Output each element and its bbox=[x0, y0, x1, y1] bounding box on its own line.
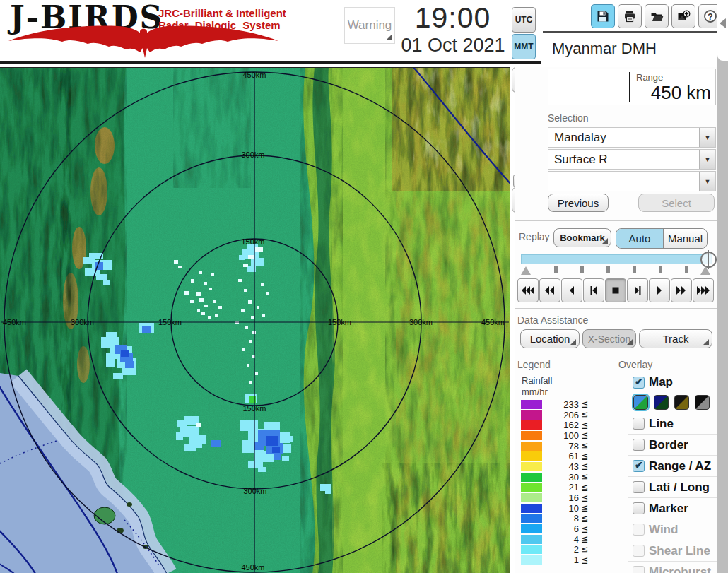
overlay-row-range-az: ✔Range / AZ bbox=[628, 456, 717, 477]
jbirds-app-window: J-BIRDS JRC-Brilliant & Intelligent Rada… bbox=[0, 0, 728, 573]
step-forward-button[interactable] bbox=[627, 278, 648, 302]
play-reverse-button[interactable] bbox=[561, 278, 582, 302]
less-equal-symbol: ≦ bbox=[581, 534, 588, 544]
replay-slider-track[interactable] bbox=[521, 254, 712, 264]
legend-color-swatch bbox=[521, 535, 542, 544]
mmt-label: MMT bbox=[514, 42, 533, 52]
range-ring-label: 150km bbox=[242, 404, 266, 413]
fast-forward-button[interactable] bbox=[671, 278, 692, 302]
less-equal-symbol: ≦ bbox=[581, 524, 588, 534]
overlay-checkbox-border[interactable] bbox=[633, 439, 645, 451]
auto-button[interactable]: Auto bbox=[616, 229, 664, 248]
range-ring-label: 450km bbox=[3, 318, 26, 326]
timezone-utc-button[interactable]: UTC bbox=[512, 7, 536, 33]
option-dropdown[interactable]: ▼ bbox=[548, 171, 716, 191]
splitter-tab[interactable] bbox=[717, 0, 728, 61]
print-button[interactable] bbox=[618, 4, 642, 28]
play-button[interactable] bbox=[649, 278, 670, 302]
logo-subtitle-line1: JRC-Brilliant & Intelligent bbox=[158, 7, 286, 19]
radar-map[interactable]: 450km300km150km150km300km450km450km300km… bbox=[0, 68, 510, 573]
overlay-checkbox-range-az[interactable]: ✔ bbox=[633, 460, 645, 472]
open-folder-button[interactable] bbox=[645, 4, 669, 28]
eagle-icon bbox=[6, 24, 281, 61]
replay-slider[interactable] bbox=[521, 254, 710, 264]
legend-value: 30 bbox=[542, 472, 579, 483]
bookmark-button[interactable]: Bookmark bbox=[553, 228, 611, 247]
radar-map-area[interactable]: 450km300km150km150km300km450km450km300km… bbox=[0, 67, 510, 573]
range-ring-label: 150km bbox=[158, 318, 182, 326]
collapse-left-icon[interactable] bbox=[720, 18, 726, 28]
utc-label: UTC bbox=[515, 15, 533, 25]
legend-color-swatch bbox=[521, 451, 542, 461]
x-section-button[interactable]: X-Section bbox=[582, 329, 636, 348]
legend-value: 206 bbox=[542, 410, 579, 420]
fast-forward-triple-icon bbox=[695, 285, 711, 295]
select-label: Select bbox=[662, 197, 691, 209]
less-equal-symbol: ≦ bbox=[581, 555, 588, 565]
legend-row: 16≦ bbox=[521, 492, 613, 503]
range-ring-label: 300km bbox=[243, 487, 266, 495]
timezone-mmt-button[interactable]: MMT bbox=[512, 34, 536, 59]
legend-value: 78 bbox=[542, 441, 579, 451]
range-divider bbox=[629, 72, 630, 102]
print-icon bbox=[623, 9, 637, 23]
slider-end-marker[interactable] bbox=[700, 266, 710, 275]
stop-button[interactable] bbox=[605, 278, 626, 302]
dropdown-arrow-button[interactable]: ▼ bbox=[699, 150, 715, 169]
overlay-checkbox-lati-long[interactable] bbox=[633, 481, 645, 493]
less-equal-symbol: ≦ bbox=[581, 451, 588, 461]
slider-tick bbox=[606, 266, 610, 273]
checkmark-icon: ✔ bbox=[635, 459, 643, 471]
legend-color-swatch bbox=[521, 442, 542, 451]
legend-value: 2 bbox=[542, 544, 579, 555]
manual-label: Manual bbox=[668, 232, 703, 244]
map-style-swatch-4[interactable] bbox=[695, 395, 710, 410]
chevron-down-icon: ▼ bbox=[705, 156, 711, 163]
fast-rewind-button[interactable] bbox=[539, 278, 560, 302]
legend-color-swatch bbox=[521, 504, 542, 513]
legend-color-swatch bbox=[521, 545, 542, 554]
slider-start-marker[interactable] bbox=[521, 266, 531, 275]
map-style-swatch-3[interactable] bbox=[674, 395, 689, 410]
legend-color-swatch bbox=[521, 400, 542, 409]
add-capture-button[interactable] bbox=[671, 4, 695, 28]
range-ring-label: 150km bbox=[241, 237, 264, 246]
overlay-checkbox-line[interactable] bbox=[633, 418, 645, 430]
checkmark-icon: ✔ bbox=[635, 376, 643, 387]
legend-row: 30≦ bbox=[521, 472, 613, 483]
rainfall-legend: 233≦206≦162≦100≦78≦61≦43≦30≦21≦16≦10≦8≦6… bbox=[521, 399, 613, 565]
divider bbox=[515, 220, 717, 221]
step-back-button[interactable] bbox=[583, 278, 604, 302]
site-dropdown[interactable]: Mandalay ▼ bbox=[548, 127, 716, 148]
legend-color-swatch bbox=[521, 431, 542, 440]
track-button[interactable]: Track bbox=[639, 329, 712, 348]
legend-label: Legend bbox=[517, 359, 551, 370]
less-equal-symbol: ≦ bbox=[581, 430, 588, 440]
overlay-options: ✔MapLineBorder✔Range / AZLati / LongMark… bbox=[628, 374, 717, 573]
overlay-row-marker: Marker bbox=[628, 498, 717, 519]
fast-forward-triple-button[interactable] bbox=[693, 278, 714, 302]
help-glyph: ? bbox=[708, 12, 712, 22]
less-equal-symbol: ≦ bbox=[581, 441, 588, 451]
overlay-checkbox-marker[interactable] bbox=[633, 502, 645, 514]
warning-button[interactable]: Warning bbox=[344, 7, 395, 44]
fast-rewind-triple-button[interactable] bbox=[517, 278, 539, 302]
control-panel: Range 450 km Selection Mandalay ▼ Surfac… bbox=[515, 67, 717, 573]
map-style-swatch-2[interactable] bbox=[654, 395, 669, 410]
range-label: Range bbox=[636, 72, 663, 83]
overlay-label: Overlay bbox=[618, 359, 652, 370]
legend-value: 100 bbox=[542, 430, 579, 441]
fast-forward-icon bbox=[674, 285, 689, 295]
dropdown-arrow-button[interactable]: ▼ bbox=[699, 172, 715, 191]
dropdown-arrow-button[interactable]: ▼ bbox=[699, 128, 715, 147]
overlay-checkbox-map[interactable]: ✔ bbox=[633, 377, 645, 389]
overlay-item-label: Map bbox=[649, 375, 673, 389]
product-dropdown[interactable]: Surface R ▼ bbox=[548, 149, 716, 170]
previous-button[interactable]: Previous bbox=[548, 194, 609, 212]
panel-splitter[interactable] bbox=[717, 0, 728, 573]
map-style-swatch-1[interactable] bbox=[633, 395, 648, 410]
manual-button[interactable]: Manual bbox=[664, 229, 707, 248]
save-button[interactable] bbox=[591, 4, 615, 28]
select-button[interactable]: Select bbox=[638, 194, 715, 212]
location-button[interactable]: Location bbox=[520, 329, 580, 348]
